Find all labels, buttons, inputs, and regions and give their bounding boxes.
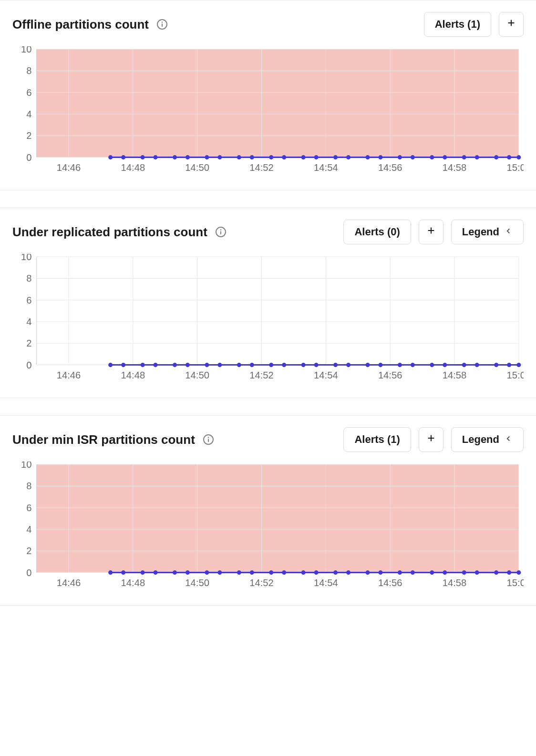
- alerts-button[interactable]: Alerts (0): [343, 220, 411, 244]
- svg-point-161: [153, 570, 157, 575]
- svg-point-179: [443, 570, 447, 575]
- add-button[interactable]: [419, 220, 443, 244]
- svg-text:2: 2: [26, 130, 31, 141]
- svg-point-120: [494, 363, 498, 367]
- svg-point-97: [121, 363, 125, 367]
- svg-point-173: [346, 570, 350, 575]
- add-button[interactable]: [419, 427, 443, 452]
- svg-text:15:00: 15:00: [507, 578, 524, 588]
- svg-point-48: [314, 155, 319, 159]
- svg-text:14:50: 14:50: [185, 578, 209, 588]
- chart-svg[interactable]: 024681014:4614:4814:5014:5214:5414:5614:…: [12, 46, 524, 177]
- svg-point-35: [108, 155, 113, 159]
- panel-title: Under min ISR partitions count: [12, 432, 214, 447]
- svg-point-101: [186, 363, 190, 367]
- svg-point-100: [173, 363, 177, 367]
- legend-button[interactable]: Legend: [451, 220, 524, 244]
- panel-offline: Offline partitions count Alerts (1) 0246…: [0, 0, 536, 190]
- svg-point-56: [443, 155, 447, 159]
- svg-text:2: 2: [26, 546, 31, 556]
- svg-text:8: 8: [26, 273, 31, 284]
- panel-under-replicated: Under replicated partitions count Alerts…: [0, 208, 536, 398]
- svg-point-103: [217, 363, 222, 367]
- svg-point-168: [269, 570, 273, 575]
- svg-point-102: [205, 363, 209, 367]
- svg-text:14:52: 14:52: [249, 578, 274, 588]
- svg-point-162: [173, 570, 177, 575]
- alerts-button[interactable]: Alerts (1): [343, 427, 411, 452]
- panel-under-min-isr: Under min ISR partitions count Alerts (1…: [0, 415, 536, 606]
- svg-point-54: [411, 155, 415, 159]
- svg-text:14:48: 14:48: [121, 162, 145, 173]
- svg-point-45: [269, 155, 273, 159]
- info-icon[interactable]: [203, 434, 214, 445]
- svg-text:14:56: 14:56: [378, 162, 402, 173]
- svg-point-57: [462, 155, 466, 159]
- svg-point-165: [217, 570, 222, 575]
- svg-point-181: [475, 570, 479, 575]
- info-icon[interactable]: [215, 226, 227, 238]
- svg-text:10: 10: [21, 46, 32, 54]
- svg-point-61: [516, 155, 521, 159]
- svg-text:14:54: 14:54: [314, 370, 338, 380]
- svg-text:10: 10: [21, 462, 32, 470]
- info-icon[interactable]: [156, 19, 168, 30]
- add-button[interactable]: [499, 12, 524, 37]
- svg-text:6: 6: [26, 295, 31, 305]
- alerts-button[interactable]: Alerts (1): [424, 12, 491, 37]
- panel-header: Under replicated partitions count Alerts…: [12, 220, 524, 244]
- svg-point-106: [269, 363, 273, 367]
- svg-point-164: [205, 570, 209, 575]
- svg-text:14:46: 14:46: [57, 370, 81, 380]
- svg-point-170: [301, 570, 306, 575]
- svg-text:14:52: 14:52: [249, 162, 274, 173]
- svg-point-40: [186, 155, 190, 159]
- svg-point-158: [108, 570, 113, 575]
- chart-svg[interactable]: 024681014:4614:4814:5014:5214:5414:5614:…: [12, 254, 524, 384]
- plus-icon: [426, 433, 436, 446]
- svg-text:14:54: 14:54: [314, 162, 338, 173]
- svg-text:0: 0: [26, 567, 31, 578]
- svg-point-109: [314, 363, 319, 367]
- svg-point-37: [141, 155, 145, 159]
- legend-button[interactable]: Legend: [451, 427, 524, 452]
- panel-title: Under replicated partitions count: [12, 225, 227, 240]
- svg-text:14:48: 14:48: [121, 578, 145, 588]
- svg-point-166: [237, 570, 241, 575]
- svg-point-42: [217, 155, 222, 159]
- svg-point-98: [141, 363, 145, 367]
- svg-point-171: [314, 570, 319, 575]
- svg-point-182: [494, 570, 498, 575]
- chart-svg[interactable]: 024681014:4614:4814:5014:5214:5414:5614:…: [12, 462, 524, 592]
- panel-title: Offline partitions count: [12, 17, 168, 32]
- svg-point-36: [121, 155, 125, 159]
- svg-point-183: [507, 570, 511, 575]
- svg-point-116: [430, 363, 434, 367]
- panel-header: Under min ISR partitions count Alerts (1…: [12, 427, 524, 452]
- svg-text:6: 6: [26, 503, 31, 513]
- svg-point-39: [173, 155, 177, 159]
- chevron-left-icon: [504, 433, 513, 446]
- svg-point-104: [237, 363, 241, 367]
- svg-text:4: 4: [26, 524, 31, 535]
- svg-point-178: [430, 570, 434, 575]
- svg-text:4: 4: [26, 316, 31, 327]
- svg-point-160: [141, 570, 145, 575]
- svg-point-105: [250, 363, 254, 367]
- svg-point-167: [250, 570, 254, 575]
- svg-rect-5: [37, 49, 519, 158]
- svg-point-38: [153, 155, 157, 159]
- svg-point-111: [346, 363, 350, 367]
- svg-point-184: [516, 570, 521, 575]
- svg-point-122: [516, 363, 521, 367]
- svg-text:14:58: 14:58: [443, 370, 467, 380]
- svg-point-174: [365, 570, 370, 575]
- svg-point-107: [282, 363, 286, 367]
- panel-title-text: Under min ISR partitions count: [12, 432, 195, 447]
- svg-point-108: [301, 363, 306, 367]
- svg-point-110: [333, 363, 338, 367]
- svg-text:14:56: 14:56: [378, 370, 402, 380]
- svg-point-169: [282, 570, 286, 575]
- legend-label: Legend: [462, 433, 499, 446]
- svg-text:0: 0: [26, 152, 31, 163]
